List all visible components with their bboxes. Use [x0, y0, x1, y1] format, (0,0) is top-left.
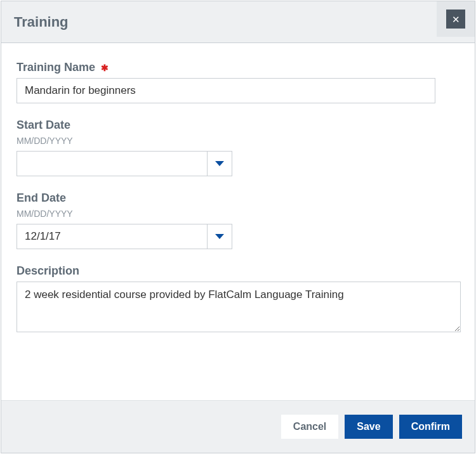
save-button[interactable]: Save	[345, 415, 392, 439]
confirm-button[interactable]: Confirm	[399, 415, 462, 439]
end-date-hint: MM/DD/YYYY	[17, 209, 459, 219]
description-textarea[interactable]	[17, 282, 461, 332]
caret-down-icon	[215, 234, 224, 239]
dialog-title: Training	[14, 1, 69, 30]
training-dialog: Training ✕ Training Name ✱ Start Date MM…	[1, 1, 475, 453]
end-date-label: End Date	[17, 191, 459, 205]
end-date-picker-button[interactable]	[207, 224, 232, 249]
dialog-body: Training Name ✱ Start Date MM/DD/YYYY En…	[1, 43, 475, 400]
start-date-field: Start Date MM/DD/YYYY	[17, 119, 459, 176]
caret-down-icon	[215, 161, 224, 166]
label-text: Training Name	[17, 61, 95, 74]
description-label: Description	[17, 264, 459, 278]
training-name-label: Training Name ✱	[17, 61, 459, 74]
end-date-input[interactable]	[17, 224, 207, 249]
dialog-header: Training ✕	[1, 1, 475, 43]
close-icon: ✕	[452, 15, 460, 24]
close-button-wrap: ✕	[437, 1, 475, 37]
end-date-control	[17, 224, 232, 249]
end-date-field: End Date MM/DD/YYYY	[17, 191, 459, 249]
cancel-button[interactable]: Cancel	[281, 415, 338, 439]
start-date-label: Start Date	[17, 119, 459, 132]
description-field: Description	[17, 264, 459, 335]
training-name-field: Training Name ✱	[17, 61, 459, 103]
start-date-picker-button[interactable]	[207, 151, 232, 176]
close-button[interactable]: ✕	[446, 10, 465, 29]
start-date-input[interactable]	[17, 151, 207, 176]
start-date-hint: MM/DD/YYYY	[17, 136, 459, 146]
required-icon: ✱	[101, 63, 109, 73]
start-date-control	[17, 151, 232, 176]
dialog-footer: Cancel Save Confirm	[1, 400, 475, 453]
training-name-input[interactable]	[17, 78, 435, 103]
